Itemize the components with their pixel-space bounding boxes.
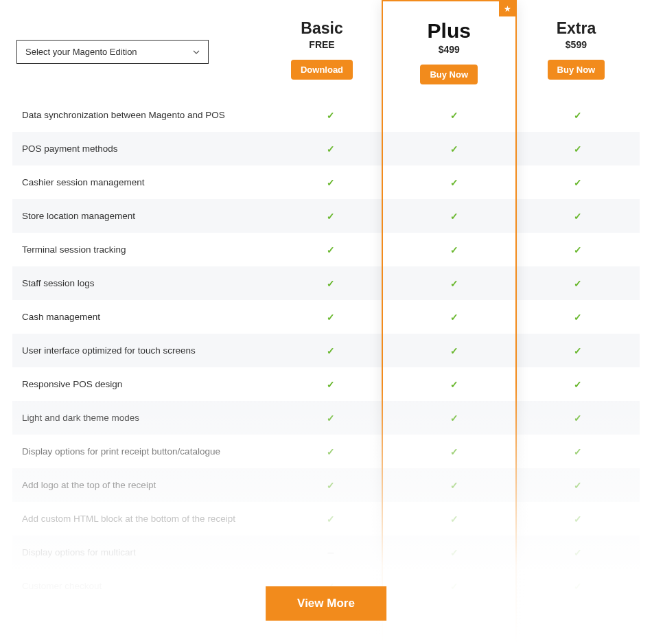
- check-icon: ✓: [450, 514, 458, 525]
- check-icon: ✓: [450, 211, 458, 222]
- feature-value: ✓: [393, 311, 516, 323]
- check-icon: ✓: [574, 143, 582, 154]
- feature-value: ✓: [516, 345, 640, 357]
- feature-value: ✓: [393, 446, 516, 458]
- check-icon: ✓: [327, 312, 335, 323]
- check-icon: ✓: [574, 413, 582, 424]
- feature-label: Store location management: [12, 211, 269, 221]
- feature-value: ✓: [393, 109, 516, 122]
- chevron-down-icon: [193, 48, 200, 56]
- edition-select-label: Select your Magento Edition: [25, 47, 137, 57]
- check-icon: ✓: [450, 143, 458, 154]
- feature-label: Display options for print receipt button…: [12, 446, 269, 457]
- view-more-button[interactable]: View More: [266, 586, 386, 621]
- feature-value: ✓: [516, 210, 640, 222]
- feature-value: ✓: [269, 412, 393, 424]
- check-icon: ✓: [327, 480, 335, 491]
- tier-name: Plus: [390, 19, 509, 43]
- check-icon: ✓: [327, 244, 335, 255]
- feature-label: Customer checkout: [12, 581, 269, 591]
- feature-row: Light and dark theme modes✓✓✓: [12, 401, 640, 435]
- tier-plus-header: Plus $499 Buy Now: [386, 19, 513, 84]
- feature-row: Data synchronization between Magento and…: [12, 98, 640, 132]
- feature-value: ✓: [269, 311, 393, 323]
- tier-price: $499: [390, 44, 509, 55]
- feature-row: Responsive POS design✓✓✓: [12, 367, 640, 401]
- feature-value: ✓: [393, 143, 516, 155]
- feature-value: ✓: [269, 143, 393, 155]
- feature-value: ✓: [393, 277, 516, 290]
- check-icon: ✓: [574, 312, 582, 323]
- pricing-header: Select your Magento Edition Basic FREE D…: [12, 0, 640, 84]
- feature-label: User interface optimized for touch scree…: [12, 345, 269, 356]
- check-icon: ✓: [327, 379, 335, 390]
- feature-value: ✓: [516, 412, 640, 424]
- feature-value: ✓: [269, 244, 393, 256]
- feature-label: Add logo at the top of the receipt: [12, 480, 269, 490]
- check-icon: ✓: [450, 312, 458, 323]
- feature-label: Responsive POS design: [12, 379, 269, 389]
- check-icon: ✓: [574, 581, 582, 592]
- feature-row: Display options for multicart–✓✓: [12, 536, 640, 569]
- feature-label: Add custom HTML block at the bottom of t…: [12, 514, 269, 524]
- feature-value: ✓: [516, 547, 640, 559]
- feature-row: Cashier session management✓✓✓: [12, 165, 640, 199]
- feature-value: ✓: [516, 311, 640, 323]
- feature-value: ✓: [393, 513, 516, 525]
- feature-value: ✓: [269, 176, 393, 189]
- check-icon: ✓: [327, 110, 335, 121]
- check-icon: ✓: [450, 581, 458, 592]
- feature-value: ✓: [393, 547, 516, 559]
- feature-value: ✓: [516, 479, 640, 492]
- check-icon: ✓: [450, 278, 458, 289]
- check-icon: ✓: [450, 480, 458, 491]
- feature-value: ✓: [516, 176, 640, 189]
- feature-value: ✓: [516, 446, 640, 458]
- feature-value: ✓: [393, 412, 516, 424]
- check-icon: ✓: [450, 345, 458, 356]
- feature-value: ✓: [269, 446, 393, 458]
- check-icon: ✓: [574, 480, 582, 491]
- feature-value: ✓: [516, 143, 640, 155]
- buy-now-button[interactable]: Buy Now: [420, 65, 478, 84]
- check-icon: ✓: [574, 446, 582, 457]
- check-icon: ✓: [574, 547, 582, 558]
- check-icon: ✓: [450, 177, 458, 188]
- dash-icon: –: [328, 547, 334, 558]
- feature-value: ✓: [269, 345, 393, 357]
- feature-value: ✓: [516, 580, 640, 593]
- feature-value: ✓: [269, 109, 393, 122]
- feature-value: ✓: [269, 277, 393, 290]
- feature-table: Data synchronization between Magento and…: [12, 98, 640, 603]
- feature-value: –: [269, 547, 393, 559]
- check-icon: ✓: [450, 244, 458, 255]
- tier-extra-header: Extra $599 Buy Now: [513, 19, 640, 84]
- download-button[interactable]: Download: [291, 60, 353, 80]
- feature-row: POS payment methods✓✓✓: [12, 132, 640, 165]
- check-icon: ✓: [327, 211, 335, 222]
- feature-row: Cash management✓✓✓: [12, 300, 640, 334]
- feature-row: User interface optimized for touch scree…: [12, 334, 640, 367]
- feature-value: ✓: [393, 176, 516, 189]
- check-icon: ✓: [450, 547, 458, 558]
- buy-now-button[interactable]: Buy Now: [548, 60, 605, 80]
- feature-value: ✓: [516, 109, 640, 122]
- check-icon: ✓: [327, 345, 335, 356]
- check-icon: ✓: [327, 446, 335, 457]
- check-icon: ✓: [327, 413, 335, 424]
- feature-label: Display options for multicart: [12, 547, 269, 557]
- feature-row: Display options for print receipt button…: [12, 435, 640, 468]
- feature-label: Cash management: [12, 312, 269, 322]
- check-icon: ✓: [450, 110, 458, 121]
- check-icon: ✓: [450, 379, 458, 390]
- feature-value: ✓: [393, 580, 516, 593]
- feature-value: ✓: [516, 244, 640, 256]
- feature-row: Add logo at the top of the receipt✓✓✓: [12, 468, 640, 502]
- edition-select[interactable]: Select your Magento Edition: [16, 40, 209, 64]
- feature-value: ✓: [393, 210, 516, 222]
- check-icon: ✓: [450, 413, 458, 424]
- tier-price: $599: [517, 39, 636, 50]
- feature-row: Staff session logs✓✓✓: [12, 266, 640, 300]
- feature-row: Terminal session tracking✓✓✓: [12, 233, 640, 266]
- feature-label: Staff session logs: [12, 278, 269, 288]
